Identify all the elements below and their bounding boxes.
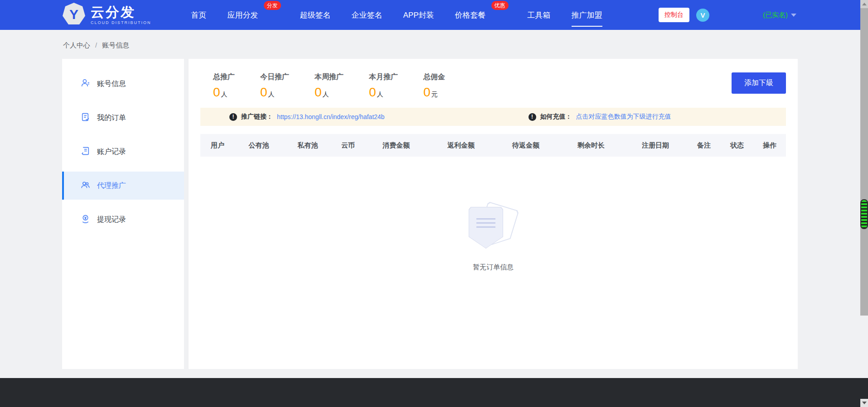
breadcrumb-user-center[interactable]: 个人中心 [63, 41, 90, 59]
sidebar-item-label: 代理推广 [97, 181, 126, 191]
promotion-link-url[interactable]: https://13.hongll.cn/index/reg/hafat24b [277, 113, 384, 120]
stat-value: 0 [423, 85, 431, 99]
verified-status-label: (已实名) [763, 11, 788, 19]
user-icon [81, 78, 90, 90]
console-button[interactable]: 控制台 [659, 8, 689, 22]
recharge-help-section: ! 如何充值： 点击对应蓝色数值为下级进行充值 [529, 113, 671, 121]
col-status: 状态 [721, 141, 753, 150]
col-consumption: 消费金额 [364, 141, 429, 150]
stat-value: 0 [213, 85, 220, 99]
stat-value: 0 [260, 85, 267, 99]
main-panel: 总推广 0人 今日推广 0人 本周推广 0人 本月推广 0人 总佣金 0元 [189, 59, 798, 369]
avatar[interactable]: V [696, 9, 709, 22]
vertical-scrollbar [860, 0, 868, 407]
stat-week-promotion: 本周推广 0人 [315, 72, 344, 100]
col-remaining-time: 剩余时长 [558, 141, 624, 150]
col-user: 用户 [200, 141, 235, 150]
nav-item-home[interactable]: 首页 [191, 8, 207, 22]
sidebar: 账号信息 我的订单 账户记录 [62, 59, 184, 369]
agents-people-icon [81, 180, 90, 192]
discount-badge: 优惠 [491, 1, 509, 10]
breadcrumb-account-info: 账号信息 [102, 41, 129, 59]
scrollbar-track[interactable] [860, 0, 868, 316]
nav-item-promotion-alliance[interactable]: 推广加盟 [572, 8, 602, 22]
top-navbar: Y 云分发 CLOUD DISTRIBUTION 首页 应用分发 分发 超级签名… [0, 0, 868, 30]
scrollbar-down-arrow[interactable] [860, 399, 868, 407]
sidebar-item-withdrawal-records[interactable]: 提现记录 [62, 206, 184, 234]
empty-state: 暂无订单信息 [200, 204, 786, 272]
promotion-link-label: 推广链接： [241, 113, 273, 121]
sidebar-item-label: 提现记录 [97, 215, 126, 225]
scrollbar-up-arrow[interactable] [860, 0, 868, 8]
page-footer [0, 378, 868, 407]
nav-item-app-distribution[interactable]: 应用分发 分发 [228, 8, 258, 22]
nav-item-pricing[interactable]: 价格套餐 优惠 [455, 8, 486, 22]
col-rebate-amount: 返利金额 [429, 141, 493, 150]
stats-header-row: 总推广 0人 今日推广 0人 本周推广 0人 本月推广 0人 总佣金 0元 [200, 72, 786, 100]
record-book-icon [81, 146, 90, 158]
empty-state-text: 暂无订单信息 [473, 263, 514, 272]
col-cloud-coin: 云币 [333, 141, 364, 150]
scrollbar-thumb[interactable] [860, 199, 868, 229]
recharge-help-link[interactable]: 点击对应蓝色数值为下级进行充值 [576, 113, 671, 121]
main-nav: 首页 应用分发 分发 超级签名 企业签名 APP封装 价格套餐 优惠 工具箱 推… [191, 8, 623, 22]
empty-document-icon [468, 204, 519, 252]
sidebar-item-agent-promotion[interactable]: 代理推广 [62, 172, 184, 200]
navbar-right-group: 控制台 V (已实名) [659, 8, 796, 22]
logo-title: 云分发 [91, 5, 151, 19]
nav-item-super-signature[interactable]: 超级签名 [300, 8, 331, 22]
info-icon: ! [229, 113, 237, 121]
col-actions: 操作 [753, 141, 786, 150]
sidebar-item-my-orders[interactable]: 我的订单 [62, 104, 184, 132]
distribution-badge: 分发 [264, 1, 281, 10]
info-icon: ! [529, 113, 536, 121]
promotion-stats: 总推广 0人 今日推广 0人 本周推广 0人 本月推广 0人 总佣金 0元 [213, 72, 445, 100]
col-public-pool: 公有池 [235, 141, 283, 150]
add-subordinate-button[interactable]: 添加下級 [732, 72, 786, 94]
col-remark: 备注 [687, 141, 721, 150]
breadcrumb: 个人中心 / 账号信息 [0, 30, 868, 59]
subordinates-table-header: 用户 公有池 私有池 云币 消费金额 返利金额 待返金额 剩余时长 注册日期 备… [200, 134, 786, 157]
stat-month-promotion: 本月推广 0人 [369, 72, 398, 100]
sidebar-item-label: 账户记录 [97, 147, 126, 157]
col-register-date: 注册日期 [624, 141, 687, 150]
user-status-dropdown[interactable]: (已实名) [763, 11, 796, 19]
svg-text:Y: Y [69, 7, 78, 22]
logo-subtitle: CLOUD DISTRIBUTION [91, 20, 151, 25]
sidebar-item-label: 我的订单 [97, 113, 126, 123]
nav-item-toolbox[interactable]: 工具箱 [528, 8, 551, 22]
app-logo[interactable]: Y 云分发 CLOUD DISTRIBUTION [62, 2, 151, 28]
col-pending-rebate: 待返金额 [493, 141, 558, 150]
sidebar-item-label: 账号信息 [97, 79, 126, 89]
chevron-down-icon [791, 14, 796, 17]
stat-today-promotion: 今日推广 0人 [260, 72, 289, 100]
withdraw-money-icon [81, 214, 90, 225]
nav-item-app-packaging[interactable]: APP封装 [403, 8, 434, 22]
content-layout: 账号信息 我的订单 账户记录 [62, 59, 798, 369]
col-private-pool: 私有池 [283, 141, 333, 150]
nav-item-enterprise-signature[interactable]: 企业签名 [352, 8, 383, 22]
logo-polygon-icon: Y [62, 2, 86, 28]
recharge-help-label: 如何充值： [540, 113, 572, 121]
breadcrumb-separator: / [95, 41, 97, 59]
stat-total-promotion: 总推广 0人 [213, 72, 235, 100]
stat-value: 0 [369, 85, 376, 99]
order-document-icon [81, 112, 90, 124]
stat-value: 0 [315, 85, 322, 99]
notice-banner: ! 推广链接： https://13.hongll.cn/index/reg/h… [200, 108, 786, 126]
sidebar-item-account-info[interactable]: 账号信息 [62, 70, 184, 98]
sidebar-item-account-records[interactable]: 账户记录 [62, 138, 184, 166]
promotion-link-section: ! 推广链接： https://13.hongll.cn/index/reg/h… [200, 113, 529, 121]
stat-total-commission: 总佣金 0元 [423, 72, 445, 100]
